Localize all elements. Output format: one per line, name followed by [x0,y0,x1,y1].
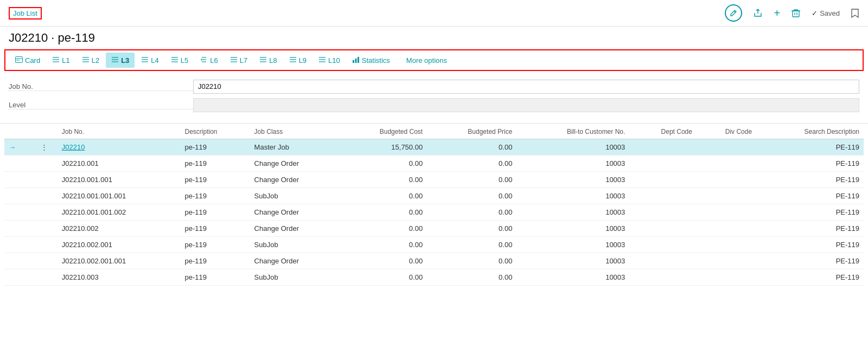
table-row[interactable]: J02210.002.001.001pe-119Change Order0.00… [4,253,864,269]
tab-l1[interactable]: L1 [47,53,75,68]
more-options-button[interactable]: More options [401,53,452,68]
cell-budgeted_price: 0.00 [427,269,516,286]
svg-rect-3 [16,57,23,63]
cell-budgeted_price: 0.00 [427,204,516,221]
edit-button[interactable] [725,4,742,22]
col-header-arrow [4,124,31,139]
l9-label: L9 [299,56,307,64]
job-no-value[interactable]: J02210 [193,80,859,94]
statistics-icon [352,56,360,64]
cell-arrow [4,269,31,286]
tab-l2[interactable]: L2 [76,53,105,68]
cell-arrow: → [4,139,31,156]
cell-budgeted_cost: 0.00 [340,237,427,253]
cell-job_class: Change Order [250,221,340,237]
tab-statistics[interactable]: Statistics [347,53,395,68]
breadcrumb[interactable]: Job List [9,7,42,20]
cell-bill_to_customer: 10003 [516,269,629,286]
cell-job_no[interactable]: J02210.001 [58,156,181,172]
cell-search_description: PE-119 [756,253,864,269]
toolbar-actions: + ✓ Saved [725,4,859,22]
cell-job_no[interactable]: J02210.001.001.001 [58,188,181,204]
cell-job_no[interactable]: J02210.002.001 [58,237,181,253]
cell-search_description: PE-119 [756,269,864,286]
page-title: J02210 · pe-119 [0,27,868,47]
cell-job_class: SubJob [250,188,340,204]
cell-job_no[interactable]: J02210.002 [58,221,181,237]
cell-description: pe-119 [180,237,250,253]
table-row[interactable]: J02210.001.001.001pe-119SubJob0.000.0010… [4,188,864,204]
cell-budgeted_cost: 15,750.00 [340,139,427,156]
tab-l6[interactable]: L6 [195,53,223,68]
table-row[interactable]: J02210.003pe-119SubJob0.000.0010003PE-11… [4,269,864,286]
table-row[interactable]: J02210.002.001pe-119SubJob0.000.0010003P… [4,237,864,253]
cell-job_class: Master Job [250,139,340,156]
cell-dept_code [629,188,697,204]
col-header-budgeted_price: Budgeted Price [427,124,516,139]
cell-budgeted_cost: 0.00 [340,269,427,286]
cell-dots[interactable] [31,172,58,188]
cell-dots[interactable] [31,204,58,221]
svg-rect-38 [358,57,359,63]
cell-job_no[interactable]: J02210 [58,139,181,156]
cell-dots[interactable] [31,221,58,237]
jobs-table: Job No.DescriptionJob ClassBudgeted Cost… [4,124,864,286]
table-row[interactable]: →⋮J02210pe-119Master Job15,750.000.00100… [4,139,864,156]
job-no-link[interactable]: J02210 [62,143,85,151]
tab-l10[interactable]: L10 [313,53,346,68]
l2-label: L2 [92,56,99,64]
tab-l9[interactable]: L9 [284,53,312,68]
bookmark-button[interactable] [851,8,859,18]
tab-l7[interactable]: L7 [225,53,253,68]
cell-dept_code [629,156,697,172]
l9-icon [289,56,297,64]
tab-l8[interactable]: L8 [254,53,282,68]
tab-card[interactable]: Card [10,53,46,68]
col-header-budgeted_cost: Budgeted Cost [340,124,427,139]
cell-job_no[interactable]: J02210.003 [58,269,181,286]
cell-bill_to_customer: 10003 [516,139,629,156]
delete-button[interactable] [791,8,801,18]
cell-dots[interactable] [31,237,58,253]
add-button[interactable]: + [774,7,780,20]
cell-dots[interactable] [31,253,58,269]
l7-icon [230,56,238,64]
cell-dots[interactable]: ⋮ [31,139,58,156]
table-row[interactable]: J02210.001pe-119Change Order0.000.001000… [4,156,864,172]
cell-description: pe-119 [180,156,250,172]
cell-dots[interactable] [31,188,58,204]
cell-div_code [697,221,756,237]
cell-div_code [697,156,756,172]
top-bar: Job List + ✓ Saved [0,0,868,27]
cell-job_no[interactable]: J02210.001.001.002 [58,204,181,221]
cell-dept_code [629,139,697,156]
cell-budgeted_price: 0.00 [427,156,516,172]
cell-bill_to_customer: 10003 [516,253,629,269]
table-row[interactable]: J02210.002pe-119Change Order0.000.001000… [4,221,864,237]
cell-job_class: Change Order [250,172,340,188]
cell-search_description: PE-119 [756,204,864,221]
cell-dept_code [629,221,697,237]
cell-bill_to_customer: 10003 [516,156,629,172]
cell-dots[interactable] [31,156,58,172]
l10-icon [318,56,326,64]
cell-job_class: Change Order [250,253,340,269]
cell-description: pe-119 [180,139,250,156]
table-row[interactable]: J02210.001.001.002pe-119Change Order0.00… [4,204,864,221]
cell-job_no[interactable]: J02210.002.001.001 [58,253,181,269]
cell-div_code [697,188,756,204]
l4-icon [141,56,149,64]
col-header-search_description: Search Description [756,124,864,139]
cell-arrow [4,204,31,221]
l5-icon [171,56,178,64]
tab-l5[interactable]: L5 [165,53,194,68]
share-button[interactable] [753,8,763,18]
tab-l4[interactable]: L4 [136,53,164,68]
cell-job_class: SubJob [250,269,340,286]
col-header-dept_code: Dept Code [629,124,697,139]
cell-bill_to_customer: 10003 [516,172,629,188]
cell-dots[interactable] [31,269,58,286]
table-row[interactable]: J02210.001.001pe-119Change Order0.000.00… [4,172,864,188]
cell-job_no[interactable]: J02210.001.001 [58,172,181,188]
tab-l3[interactable]: L3 [106,53,135,68]
